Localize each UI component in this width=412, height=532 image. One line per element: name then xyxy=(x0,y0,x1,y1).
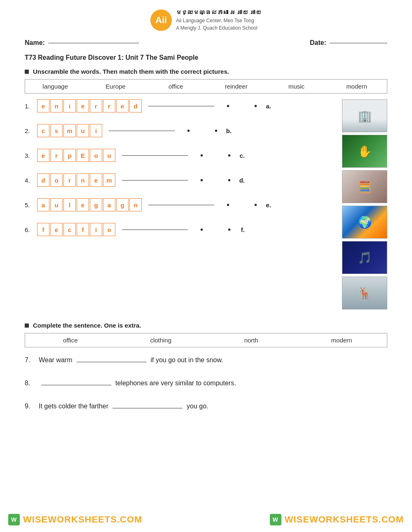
answer-label: a. xyxy=(261,103,271,110)
letter-box: u xyxy=(77,124,89,137)
letter-boxes: csmui xyxy=(37,124,102,137)
complete-section: 7.Wear warmif you go out in the snow.8.t… xyxy=(25,356,387,410)
section2-instruction: Complete the sentence. One is extra. xyxy=(25,322,387,329)
image-a: 🏢 xyxy=(342,99,387,132)
letter-box: r xyxy=(50,149,63,162)
dot-right: • xyxy=(254,101,257,111)
letter-box: i xyxy=(90,223,102,236)
scramble-left: 1.enierred••a.2.csmui••b.3.erpEou••c.4.d… xyxy=(25,99,338,312)
letter-boxes: fecfio xyxy=(37,223,115,236)
answer-label: b. xyxy=(222,127,232,134)
logo-text: មជ្ឈមណ្ឌលភាសា អេ អាយ អាយ Aii Language Ce… xyxy=(176,8,262,32)
letter-box: e xyxy=(116,99,129,112)
scramble-section: 1.enierred••a.2.csmui••b.3.erpEou••c.4.d… xyxy=(25,99,387,312)
sentence-blank[interactable] xyxy=(77,362,147,362)
letter-boxes: erpEou xyxy=(37,149,115,162)
scramble-row: 2.csmui••b. xyxy=(25,124,338,137)
letter-box: e xyxy=(90,173,102,187)
scramble-row: 5.aulegagn••e. xyxy=(25,198,338,211)
scramble-row: 6.fecfio••f. xyxy=(25,223,338,236)
date-label: Date: xyxy=(310,39,326,47)
letter-boxes: aulegagn xyxy=(37,198,142,211)
letter-boxes: dornem xyxy=(37,173,115,187)
word-bank-cell-2: modern xyxy=(297,333,387,347)
scramble-row: 3.erpEou••c. xyxy=(25,149,338,162)
answer-label: d. xyxy=(235,177,245,184)
footer-icon-right: W xyxy=(270,514,281,525)
dot-right: • xyxy=(215,126,218,136)
sentence-before: It gets colder the farther xyxy=(39,403,108,410)
sentence-number: 7. xyxy=(25,356,37,364)
letter-box: e xyxy=(50,223,63,236)
scramble-row: 1.enierred••a. xyxy=(25,99,338,112)
date-underline xyxy=(330,43,387,43)
sentence-before: Wear warm xyxy=(39,356,73,364)
letter-box: n xyxy=(50,99,63,112)
scramble-row: 4.dornem••d. xyxy=(25,173,338,187)
letter-box: u xyxy=(103,149,115,162)
footer-icon-left: W xyxy=(8,514,20,525)
row-number: 2. xyxy=(25,127,37,134)
sentence-blank[interactable] xyxy=(112,408,183,408)
letter-box: f xyxy=(77,223,89,236)
footer-right: W WISEWORKSHEETS.COM xyxy=(270,514,404,525)
row-number: 6. xyxy=(25,226,37,233)
dot-left: • xyxy=(227,101,229,111)
letter-box: e xyxy=(77,99,89,112)
footer: W WISEWORKSHEETS.COM W WISEWORKSHEETS.CO… xyxy=(0,514,412,525)
row-number: 1. xyxy=(25,103,37,110)
letter-box: c xyxy=(63,223,76,236)
image-b: ✋ xyxy=(342,135,387,168)
letter-box: g xyxy=(90,198,102,211)
letter-box: g xyxy=(116,198,129,211)
letter-box: n xyxy=(77,173,89,187)
answer-line xyxy=(148,106,214,106)
answer-line xyxy=(109,131,175,131)
image-d: 🌍 xyxy=(342,206,387,239)
sentence-row: 7.Wear warmif you go out in the snow. xyxy=(25,356,387,364)
word-bank-cell-2: clothing xyxy=(116,333,206,347)
footer-left: W WISEWORKSHEETS.COM xyxy=(8,514,142,525)
name-underline xyxy=(48,43,139,43)
answer-label: c. xyxy=(235,152,245,159)
letter-box: i xyxy=(90,124,102,137)
row-number: 3. xyxy=(25,152,37,159)
dot-left: • xyxy=(187,126,190,136)
image-e: 🎵 xyxy=(342,241,387,274)
word-bank-cell-2: office xyxy=(25,333,116,347)
sentence-number: 9. xyxy=(25,403,37,410)
dot-left: • xyxy=(200,151,203,160)
word-bank-1: languageEuropeofficereindeermusicmodern xyxy=(25,79,387,94)
dot-right: • xyxy=(228,151,231,160)
letter-box: E xyxy=(77,149,89,162)
letter-box: o xyxy=(103,223,115,236)
letter-box: d xyxy=(37,173,49,187)
sentence-after: if you go out in the snow. xyxy=(151,356,223,364)
word-bank-2: officeclothingnorthmodern xyxy=(25,333,387,347)
dot-right: • xyxy=(228,225,231,234)
dot-left: • xyxy=(200,176,203,185)
sentence-blank[interactable] xyxy=(41,385,111,385)
word-bank-cell: office xyxy=(146,80,206,93)
word-bank-cell: reindeer xyxy=(206,80,266,93)
letter-box: l xyxy=(63,198,76,211)
letter-box: p xyxy=(63,149,76,162)
name-field: Name: xyxy=(25,39,139,47)
dot-left: • xyxy=(227,200,229,210)
answer-label: f. xyxy=(235,226,245,233)
bullet-icon-2 xyxy=(25,323,29,328)
letter-box: s xyxy=(50,124,63,137)
bullet-icon xyxy=(25,70,29,74)
answer-line xyxy=(122,230,188,230)
letter-box: i xyxy=(63,99,76,112)
sentence-row: 8.telephones are very similar to compute… xyxy=(25,380,387,387)
letter-box: n xyxy=(129,198,142,211)
word-bank-cell-2: north xyxy=(206,333,297,347)
word-bank-cell: Europe xyxy=(85,80,145,93)
letter-box: d xyxy=(129,99,142,112)
images-column: 🏢 ✋ 🧮 🌍 🎵 🦌 xyxy=(342,99,387,312)
answer-label: e. xyxy=(261,202,271,209)
row-number: 4. xyxy=(25,177,37,184)
sentence-after: you go. xyxy=(187,403,208,410)
dot-right: • xyxy=(228,176,231,185)
